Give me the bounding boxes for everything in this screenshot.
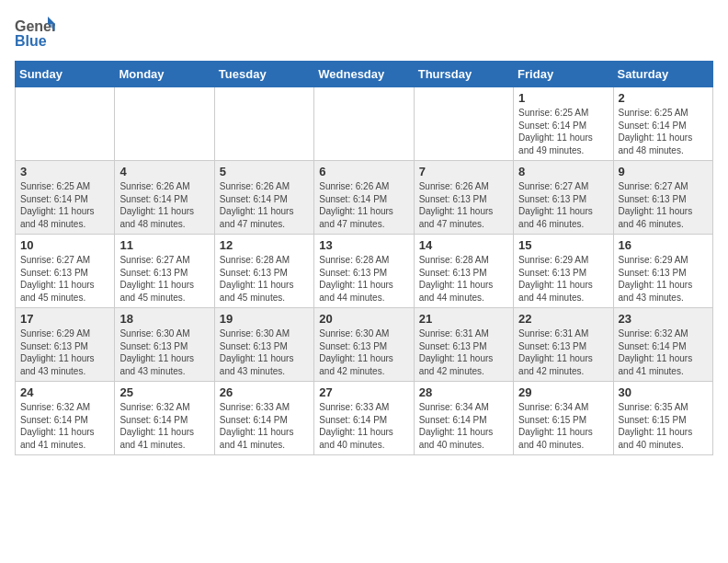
- day-info: Sunrise: 6:26 AM Sunset: 6:14 PM Dayligh…: [119, 180, 209, 230]
- calendar-cell: [414, 87, 513, 161]
- svg-text:Blue: Blue: [15, 33, 47, 49]
- day-number: 10: [20, 238, 109, 252]
- logo-icon: General Blue: [15, 15, 55, 50]
- day-number: 13: [319, 238, 408, 252]
- day-info: Sunrise: 6:30 AM Sunset: 6:13 PM Dayligh…: [319, 327, 408, 377]
- day-number: 7: [419, 165, 508, 178]
- day-number: 2: [619, 91, 708, 105]
- day-info: Sunrise: 6:29 AM Sunset: 6:13 PM Dayligh…: [619, 254, 708, 304]
- day-info: Sunrise: 6:28 AM Sunset: 6:13 PM Dayligh…: [319, 254, 408, 304]
- day-number: 4: [119, 165, 209, 178]
- day-number: 9: [619, 165, 708, 178]
- day-info: Sunrise: 6:27 AM Sunset: 6:13 PM Dayligh…: [119, 254, 209, 304]
- day-header-saturday: Saturday: [613, 62, 712, 87]
- day-number: 20: [319, 312, 408, 326]
- day-number: 11: [119, 238, 209, 252]
- calendar-cell: 20Sunrise: 6:30 AM Sunset: 6:13 PM Dayli…: [314, 308, 414, 382]
- calendar-cell: 22Sunrise: 6:31 AM Sunset: 6:13 PM Dayli…: [514, 308, 613, 382]
- day-header-sunday: Sunday: [16, 62, 115, 87]
- day-header-friday: Friday: [514, 62, 613, 87]
- day-number: 22: [518, 312, 608, 326]
- day-info: Sunrise: 6:27 AM Sunset: 6:13 PM Dayligh…: [20, 254, 109, 304]
- day-info: Sunrise: 6:32 AM Sunset: 6:14 PM Dayligh…: [619, 327, 708, 377]
- calendar-cell: 13Sunrise: 6:28 AM Sunset: 6:13 PM Dayli…: [314, 235, 414, 308]
- day-info: Sunrise: 6:25 AM Sunset: 6:14 PM Dayligh…: [619, 107, 708, 156]
- day-info: Sunrise: 6:33 AM Sunset: 6:14 PM Dayligh…: [220, 401, 309, 451]
- calendar-cell: [214, 87, 313, 161]
- calendar-cell: 21Sunrise: 6:31 AM Sunset: 6:13 PM Dayli…: [414, 308, 513, 382]
- day-number: 30: [619, 385, 708, 399]
- day-number: 27: [319, 385, 408, 399]
- day-info: Sunrise: 6:27 AM Sunset: 6:13 PM Dayligh…: [619, 180, 708, 230]
- day-number: 1: [518, 91, 608, 105]
- day-number: 19: [220, 312, 309, 326]
- day-number: 29: [518, 385, 608, 399]
- day-number: 18: [119, 312, 209, 326]
- calendar-cell: 30Sunrise: 6:35 AM Sunset: 6:15 PM Dayli…: [613, 382, 712, 455]
- day-number: 3: [20, 165, 109, 178]
- day-info: Sunrise: 6:34 AM Sunset: 6:14 PM Dayligh…: [419, 401, 508, 451]
- day-number: 25: [119, 385, 209, 399]
- day-info: Sunrise: 6:30 AM Sunset: 6:13 PM Dayligh…: [220, 327, 309, 377]
- day-info: Sunrise: 6:35 AM Sunset: 6:15 PM Dayligh…: [619, 401, 708, 451]
- calendar-cell: 26Sunrise: 6:33 AM Sunset: 6:14 PM Dayli…: [214, 382, 313, 455]
- day-info: Sunrise: 6:28 AM Sunset: 6:13 PM Dayligh…: [220, 254, 309, 304]
- day-number: 28: [419, 385, 508, 399]
- day-info: Sunrise: 6:26 AM Sunset: 6:14 PM Dayligh…: [220, 180, 309, 230]
- calendar-cell: 24Sunrise: 6:32 AM Sunset: 6:14 PM Dayli…: [16, 382, 115, 455]
- calendar-cell: 1Sunrise: 6:25 AM Sunset: 6:14 PM Daylig…: [514, 87, 613, 161]
- calendar-cell: 15Sunrise: 6:29 AM Sunset: 6:13 PM Dayli…: [514, 235, 613, 308]
- calendar-cell: 6Sunrise: 6:26 AM Sunset: 6:14 PM Daylig…: [314, 161, 414, 235]
- calendar-cell: 18Sunrise: 6:30 AM Sunset: 6:13 PM Dayli…: [115, 308, 214, 382]
- calendar-cell: 2Sunrise: 6:25 AM Sunset: 6:14 PM Daylig…: [613, 87, 712, 161]
- day-info: Sunrise: 6:34 AM Sunset: 6:15 PM Dayligh…: [518, 401, 608, 451]
- day-info: Sunrise: 6:30 AM Sunset: 6:13 PM Dayligh…: [119, 327, 209, 377]
- calendar-cell: 3Sunrise: 6:25 AM Sunset: 6:14 PM Daylig…: [16, 161, 115, 235]
- day-number: 17: [20, 312, 109, 326]
- calendar-cell: 5Sunrise: 6:26 AM Sunset: 6:14 PM Daylig…: [214, 161, 313, 235]
- day-info: Sunrise: 6:26 AM Sunset: 6:14 PM Dayligh…: [319, 180, 408, 230]
- calendar-cell: 7Sunrise: 6:26 AM Sunset: 6:13 PM Daylig…: [414, 161, 513, 235]
- day-number: 26: [220, 385, 309, 399]
- day-number: 6: [319, 165, 408, 178]
- calendar-cell: 28Sunrise: 6:34 AM Sunset: 6:14 PM Dayli…: [414, 382, 513, 455]
- calendar-cell: 17Sunrise: 6:29 AM Sunset: 6:13 PM Dayli…: [16, 308, 115, 382]
- calendar-cell: 9Sunrise: 6:27 AM Sunset: 6:13 PM Daylig…: [613, 161, 712, 235]
- day-number: 21: [419, 312, 508, 326]
- day-info: Sunrise: 6:29 AM Sunset: 6:13 PM Dayligh…: [20, 327, 109, 377]
- calendar-cell: 25Sunrise: 6:32 AM Sunset: 6:14 PM Dayli…: [115, 382, 214, 455]
- calendar-cell: 10Sunrise: 6:27 AM Sunset: 6:13 PM Dayli…: [16, 235, 115, 308]
- day-header-tuesday: Tuesday: [214, 62, 313, 87]
- day-info: Sunrise: 6:31 AM Sunset: 6:13 PM Dayligh…: [419, 327, 508, 377]
- day-info: Sunrise: 6:25 AM Sunset: 6:14 PM Dayligh…: [518, 107, 608, 156]
- day-number: 23: [619, 312, 708, 326]
- day-info: Sunrise: 6:25 AM Sunset: 6:14 PM Dayligh…: [20, 180, 109, 230]
- day-info: Sunrise: 6:28 AM Sunset: 6:13 PM Dayligh…: [419, 254, 508, 304]
- calendar-cell: 4Sunrise: 6:26 AM Sunset: 6:14 PM Daylig…: [115, 161, 214, 235]
- day-header-wednesday: Wednesday: [314, 62, 414, 87]
- calendar-cell: [115, 87, 214, 161]
- day-number: 15: [518, 238, 608, 252]
- calendar-cell: 12Sunrise: 6:28 AM Sunset: 6:13 PM Dayli…: [214, 235, 313, 308]
- day-number: 8: [518, 165, 608, 178]
- day-number: 16: [619, 238, 708, 252]
- calendar-cell: 27Sunrise: 6:33 AM Sunset: 6:14 PM Dayli…: [314, 382, 414, 455]
- day-info: Sunrise: 6:26 AM Sunset: 6:13 PM Dayligh…: [419, 180, 508, 230]
- calendar-cell: 16Sunrise: 6:29 AM Sunset: 6:13 PM Dayli…: [613, 235, 712, 308]
- day-info: Sunrise: 6:27 AM Sunset: 6:13 PM Dayligh…: [518, 180, 608, 230]
- day-info: Sunrise: 6:32 AM Sunset: 6:14 PM Dayligh…: [20, 401, 109, 451]
- calendar-cell: 11Sunrise: 6:27 AM Sunset: 6:13 PM Dayli…: [115, 235, 214, 308]
- calendar-cell: 29Sunrise: 6:34 AM Sunset: 6:15 PM Dayli…: [514, 382, 613, 455]
- day-info: Sunrise: 6:29 AM Sunset: 6:13 PM Dayligh…: [518, 254, 608, 304]
- calendar: SundayMondayTuesdayWednesdayThursdayFrid…: [15, 61, 713, 455]
- calendar-cell: [314, 87, 414, 161]
- day-header-monday: Monday: [115, 62, 214, 87]
- day-number: 14: [419, 238, 508, 252]
- day-info: Sunrise: 6:32 AM Sunset: 6:14 PM Dayligh…: [119, 401, 209, 451]
- calendar-cell: 23Sunrise: 6:32 AM Sunset: 6:14 PM Dayli…: [613, 308, 712, 382]
- day-header-thursday: Thursday: [414, 62, 513, 87]
- day-info: Sunrise: 6:31 AM Sunset: 6:13 PM Dayligh…: [518, 327, 608, 377]
- calendar-cell: 19Sunrise: 6:30 AM Sunset: 6:13 PM Dayli…: [214, 308, 313, 382]
- logo: General Blue: [15, 15, 55, 50]
- day-info: Sunrise: 6:33 AM Sunset: 6:14 PM Dayligh…: [319, 401, 408, 451]
